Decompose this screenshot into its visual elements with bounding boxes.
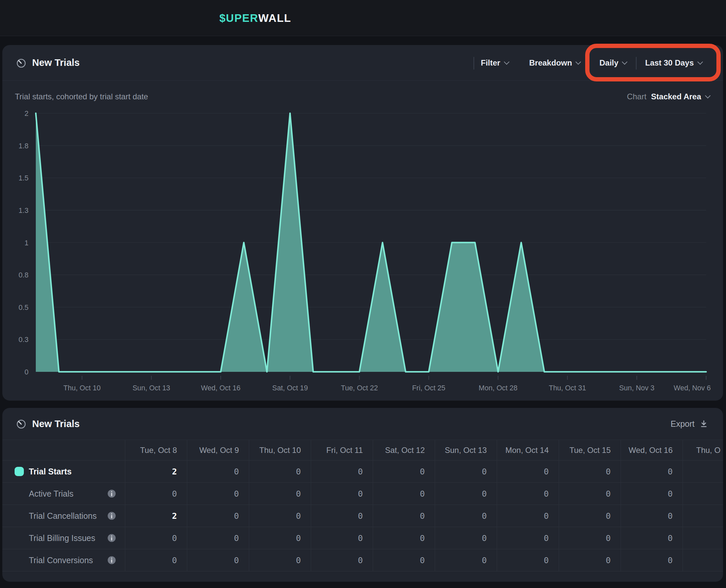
cell-value: 0	[668, 467, 673, 477]
timer-icon	[16, 57, 27, 68]
x-tick-label: Mon, Oct 28	[479, 384, 518, 392]
table-cell: 0	[559, 505, 621, 527]
chart-type-label: Chart	[627, 92, 646, 101]
table-header-cell: Thu, Oct 10	[249, 440, 311, 461]
column-date-label: Thu, Oct 10	[259, 446, 301, 455]
column-date-label: Sat, Oct 12	[385, 446, 425, 455]
row-label: Trial Starts	[29, 467, 72, 477]
breakdown-label: Breakdown	[529, 58, 572, 67]
cell-value: 0	[172, 555, 177, 565]
cell-value: 0	[358, 555, 363, 565]
chart-type-dropdown[interactable]: Chart Stacked Area	[627, 92, 710, 101]
cell-value: 0	[544, 533, 549, 543]
table-cell: 0	[435, 461, 497, 483]
x-tick-label: Fri, Oct 25	[412, 384, 445, 392]
export-label: Export	[671, 419, 694, 429]
table-cell: 0	[497, 483, 559, 505]
table-cell: 0	[621, 483, 683, 505]
info-icon[interactable]	[107, 556, 116, 565]
cell-value: 0	[358, 511, 363, 521]
info-icon[interactable]	[107, 534, 116, 542]
panel-title: New Trials	[32, 419, 80, 429]
chevron-down-icon	[576, 59, 581, 65]
x-tick-label: Thu, Oct 10	[63, 384, 100, 392]
info-icon[interactable]	[107, 511, 116, 520]
new-trials-chart-panel: New Trials Filter Breakdown Daily Last 3…	[2, 45, 723, 401]
y-tick-label: 0.5	[19, 303, 28, 312]
y-tick-label: 0.8	[19, 271, 28, 279]
chevron-down-icon	[622, 59, 628, 65]
column-date-label: Wed, Oct 9	[199, 446, 239, 455]
table-cell: 0	[559, 461, 621, 483]
superwall-logo: $UPERWALL	[219, 0, 291, 36]
cell-value: 0	[296, 489, 301, 499]
table-cell: 0	[373, 527, 435, 549]
timer-icon	[16, 418, 27, 429]
cell-value: 0	[544, 489, 549, 499]
controls-divider	[636, 57, 637, 69]
date-range-label: Last 30 Days	[645, 58, 694, 67]
cell-value: 0	[606, 533, 611, 543]
table-cell: 2	[125, 505, 187, 527]
table-cell: 0	[187, 549, 249, 571]
chevron-down-icon	[697, 59, 703, 65]
chart-type-value: Stacked Area	[651, 92, 701, 101]
logo-accent: $UPER	[219, 12, 259, 24]
cell-value: 0	[172, 489, 177, 499]
cell-value: 0	[606, 489, 611, 499]
row-label: Active Trials	[29, 489, 74, 499]
cell-value: 0	[234, 489, 239, 499]
filter-dropdown[interactable]: Filter	[481, 45, 509, 81]
table-cell: 0	[249, 549, 311, 571]
trials-area-chart[interactable]: 21.81.51.310.80.50.30Thu, Oct 10Sun, Oct…	[2, 110, 723, 399]
table-cell: 0	[497, 549, 559, 571]
x-tick-label: Sun, Oct 13	[133, 384, 170, 392]
date-range-dropdown[interactable]: Last 30 Days	[645, 45, 702, 81]
cell-value: 0	[668, 489, 673, 499]
cell-value: 2	[172, 467, 177, 477]
cell-value: 0	[482, 467, 487, 477]
table-cell	[683, 461, 723, 483]
filter-label: Filter	[481, 58, 500, 67]
y-tick-label: 1.3	[19, 207, 28, 214]
table-cell: 0	[125, 483, 187, 505]
table-header-corner	[2, 440, 125, 461]
table-cell: 0	[435, 483, 497, 505]
breakdown-dropdown[interactable]: Breakdown	[529, 45, 580, 81]
column-date-label: Wed, Oct 16	[629, 446, 673, 455]
table-cell	[683, 549, 723, 571]
export-button[interactable]: Export	[671, 408, 708, 440]
cell-value: 0	[172, 533, 177, 543]
cell-value: 0	[482, 511, 487, 521]
row-label-cell: Active Trials	[2, 483, 125, 505]
x-tick-label: Wed, Nov 6	[674, 384, 711, 392]
table-cell: 0	[559, 527, 621, 549]
cell-value: 0	[296, 555, 301, 565]
table-header-cell: Mon, Oct 14	[497, 440, 559, 461]
table-cell: 0	[249, 461, 311, 483]
cell-value: 0	[482, 489, 487, 499]
table-cell: 0	[621, 549, 683, 571]
column-date-label: Tue, Oct 15	[570, 446, 611, 455]
top-app-bar: $UPERWALL	[0, 0, 726, 36]
table-cell: 0	[373, 483, 435, 505]
cell-value: 0	[296, 533, 301, 543]
granularity-dropdown[interactable]: Daily	[600, 45, 627, 81]
cell-value: 0	[606, 467, 611, 477]
table-cell: 0	[125, 549, 187, 571]
info-icon[interactable]	[107, 489, 116, 498]
table-header-cell: Wed, Oct 9	[187, 440, 249, 461]
cell-value: 0	[606, 555, 611, 565]
cell-value: 0	[544, 467, 549, 477]
table-cell: 0	[497, 527, 559, 549]
table-cell: 0	[311, 549, 373, 571]
cell-value: 0	[358, 533, 363, 543]
column-date-label: Sun, Oct 13	[445, 446, 487, 455]
table-cell: 0	[187, 505, 249, 527]
row-label-cell: Trial Conversions	[2, 549, 125, 571]
logo-rest: WALL	[259, 12, 291, 24]
cell-value: 0	[482, 555, 487, 565]
x-tick-label: Thu, Oct 31	[549, 384, 586, 392]
table-cell: 0	[311, 527, 373, 549]
table-panel-header: New Trials	[2, 408, 723, 440]
